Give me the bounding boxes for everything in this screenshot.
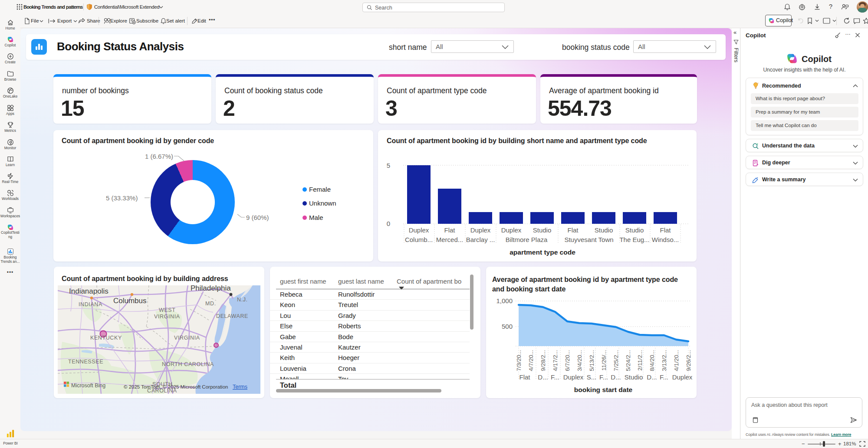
svg-text:3/4/20...: 3/4/20... [576,350,583,371]
svg-text:VIRGINIA: VIRGINIA [154,314,180,320]
svg-text:MD.: MD. [205,301,216,307]
svg-text:apartment type code: apartment type code [510,249,575,256]
svg-text:Flat: Flat [444,226,455,234]
svg-text:5: 5 [387,162,390,169]
svg-text:D...: D... [647,373,657,381]
svg-text:Stuyvesant Town: Stuyvesant Town [564,236,613,243]
svg-text:Studio: Studio [533,226,552,234]
svg-text:Columbus: Columbus [113,297,147,305]
svg-text:3/13/2...: 3/13/2... [661,350,667,371]
svg-text:Studio: Studio [625,373,643,381]
svg-text:Studio: Studio [595,226,613,234]
svg-text:Duplex: Duplex [409,226,429,234]
svg-text:500: 500 [502,323,513,330]
svg-text:11/26/...: 11/26/... [601,350,607,371]
svg-text:1,000: 1,000 [496,297,513,304]
svg-text:DELAWARE: DELAWARE [216,313,248,319]
svg-text:7/3/20...: 7/3/20... [516,350,522,371]
svg-text:Merced...: Merced... [436,236,464,243]
svg-text:Studio: Studio [625,226,644,234]
svg-text:Duplex: Duplex [501,226,522,234]
svg-text:F...: F... [660,373,668,381]
svg-text:VIRGINIA: VIRGINIA [174,335,200,341]
svg-text:D...: D... [538,373,548,381]
svg-text:N.J.: N.J. [237,297,248,303]
svg-text:INDIANA: INDIANA [79,301,102,307]
svg-text:NORTH CAROLINA: NORTH CAROLINA [162,361,214,367]
svg-text:D...: D... [611,373,621,381]
svg-text:4/7/20...: 4/7/20... [528,350,534,371]
svg-text:7/25/2...: 7/25/2... [613,350,619,371]
svg-text:booking start date: booking start date [574,386,633,393]
svg-text:KENTUCKY: KENTUCKY [90,335,122,341]
svg-text:Indianapolis: Indianapolis [69,287,108,295]
svg-text:5/24/2...: 5/24/2... [625,350,631,371]
svg-text:Windso...: Windso... [652,236,679,243]
svg-text:8/4/20...: 8/4/20... [649,350,655,371]
svg-text:Duplex: Duplex [470,226,491,234]
svg-text:5/13/2...: 5/13/2... [589,350,595,371]
svg-text:© 2025 TomTom, © 2025 Microsof: © 2025 TomTom, © 2025 Microsoft Corporat… [124,384,228,389]
svg-text:0: 0 [387,220,390,227]
svg-text:9/26/2...: 9/26/2... [685,350,692,371]
svg-text:9/28/2...: 9/28/2... [540,350,546,371]
svg-text:Microsoft Bing: Microsoft Bing [71,383,105,389]
svg-text:Philadelphia: Philadelphia [191,285,231,292]
svg-text:TENNESSEE: TENNESSEE [68,359,103,365]
svg-text:?: ? [829,3,832,10]
svg-text:WEST: WEST [159,307,176,313]
svg-text:Barclay ...: Barclay ... [466,236,495,243]
svg-text:Duplex: Duplex [563,373,584,381]
svg-text:S...: S... [587,373,597,381]
svg-text:Flat: Flat [519,373,530,381]
svg-text:Columb...: Columb... [405,236,433,243]
svg-text:4/17/2...: 4/17/2... [552,350,559,371]
svg-text:6/7/20...: 6/7/20... [564,350,571,371]
svg-text:Flat: Flat [567,226,579,234]
svg-text:Biltmore Plaza: Biltmore Plaza [506,236,548,243]
svg-text:The Eug...: The Eug... [619,236,649,243]
svg-text:F...: F... [551,373,559,381]
svg-text:Flat: Flat [660,226,671,234]
svg-text:Terms: Terms [233,384,247,390]
svg-text:Duplex: Duplex [672,373,693,381]
svg-text:4/1/20...: 4/1/20... [673,350,680,371]
svg-text:2/11/2...: 2/11/2... [637,350,643,371]
svg-text:F...: F... [599,373,608,381]
